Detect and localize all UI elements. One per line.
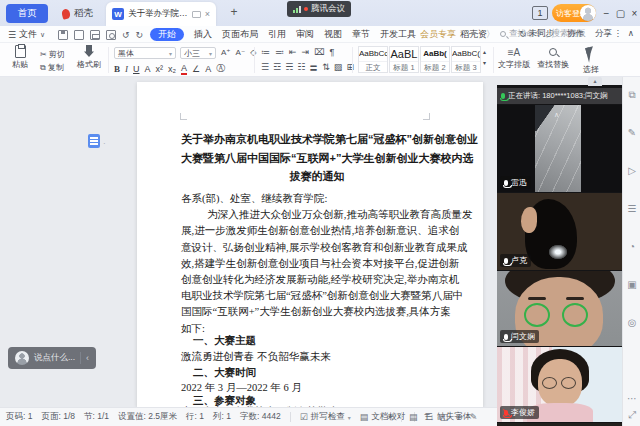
video-tile[interactable]: ∧ 雷迅 (497, 105, 622, 192)
more-dots-icon[interactable]: ⋮ (614, 28, 623, 38)
italic-button[interactable]: I (125, 64, 128, 74)
clear-icon[interactable]: ⌧ (314, 47, 324, 57)
undo-icon[interactable]: ↺ (122, 30, 130, 40)
distribute-icon[interactable]: 〓 (309, 62, 318, 75)
increase-indent-icon[interactable]: ⇥ (302, 47, 310, 57)
text-typeset-button[interactable]: ≡A 文字排版 (497, 46, 531, 70)
tab-review[interactable]: 审阅 (296, 28, 314, 41)
share-button[interactable]: 分享 (595, 28, 612, 40)
font-name-select[interactable]: 黑体 ▾ (114, 47, 176, 59)
align-left-icon[interactable]: ☰ (261, 62, 269, 75)
tab-member[interactable]: 会员专享 (420, 28, 456, 41)
collapse-chat-icon[interactable]: ‹ (86, 353, 89, 363)
new-tab-button[interactable]: + (226, 5, 242, 19)
tab-section[interactable]: 章节 (352, 28, 370, 41)
shapes-icon[interactable]: ⧉ (623, 89, 640, 101)
tab-references[interactable]: 引用 (268, 28, 286, 41)
copy-button[interactable]: ⧉ 复制 (40, 62, 64, 73)
eye-protect-icon[interactable]: ☀ (386, 412, 394, 422)
outline-nav-icon[interactable] (88, 134, 100, 148)
align-right-icon[interactable]: ☴ (285, 62, 293, 75)
tab-dev-tools[interactable]: 开发工具 (380, 28, 416, 41)
web-view-icon[interactable]: ⊕ (455, 412, 463, 422)
file-menu[interactable]: ☰ 文件 ∨ (8, 28, 45, 41)
font-color-button[interactable]: A (181, 63, 187, 75)
window-count-badge[interactable]: 1 (532, 6, 548, 20)
shading-icon[interactable]: ▨ (334, 62, 343, 75)
page-view-icon[interactable]: ▤ (409, 412, 418, 422)
participant-label: 李俊娇 (500, 406, 539, 419)
tab-docer-res[interactable]: 稻壳资 (460, 28, 487, 41)
char-shading-button[interactable]: A (205, 64, 211, 74)
show-marks-icon[interactable]: ¶ (329, 47, 334, 57)
numbering-icon[interactable]: ≕ (275, 47, 284, 57)
video-tile[interactable]: 卢克 (497, 193, 622, 270)
style-heading3[interactable]: AaBbC( 标题 3 (451, 46, 481, 73)
style-heading2[interactable]: AaBb( 标题 2 (420, 46, 450, 73)
save-icon[interactable] (58, 30, 68, 40)
enclose-char-button[interactable]: Ⓐ (216, 62, 225, 75)
line-spacing-icon[interactable]: ⇅ (322, 62, 330, 75)
find-replace-button[interactable]: 查找替换 (536, 46, 570, 70)
tab-home[interactable]: 首页 (6, 4, 48, 23)
word-count[interactable]: 字数: 4442 (240, 411, 281, 423)
export-icon[interactable] (74, 30, 84, 40)
fullscreen-icon[interactable]: ⤢ (623, 409, 640, 421)
location-icon[interactable]: ◎ (623, 317, 640, 328)
collapse-ribbon-icon[interactable]: ∧ (628, 28, 634, 38)
grow-font-button[interactable]: A⁺ (221, 48, 231, 57)
tab-docer[interactable]: 稻壳 (54, 4, 101, 23)
video-tile[interactable]: 李俊娇 (497, 347, 622, 422)
justify-icon[interactable]: ☷ (297, 62, 305, 75)
cut-button[interactable]: ✂ 剪切 (40, 49, 65, 60)
guest-login-button[interactable]: 访客登录 (552, 4, 596, 22)
meeting-collapse-tab[interactable]: ▴ (588, 77, 602, 86)
decrease-indent-icon[interactable]: ⇤ (289, 47, 297, 57)
select-button[interactable]: 选择 (574, 46, 608, 75)
bullets-icon[interactable]: ≔ (261, 47, 270, 57)
subscript-button[interactable]: x₂ (168, 64, 176, 74)
tab-view[interactable]: 视图 (324, 28, 342, 41)
spell-check-button[interactable]: 拼写检查 (311, 411, 345, 423)
shrink-font-button[interactable]: A⁻ (236, 48, 246, 57)
char-border-button[interactable]: A (145, 64, 151, 74)
multi-page-view-icon[interactable]: ◫ (440, 412, 449, 422)
minimize-button[interactable]: − (600, 6, 613, 20)
video-tile[interactable]: 闫文娴 (497, 271, 622, 346)
bold-button[interactable]: B (114, 64, 120, 74)
close-tab-icon[interactable]: × (205, 9, 210, 19)
tab-document[interactable]: W 关于举办学院...业大赛的通知 × (106, 2, 216, 26)
tab-insert[interactable]: 插入 (194, 28, 212, 41)
more-ellipsis-icon[interactable]: ⋯ (623, 393, 640, 404)
print-preview-icon[interactable] (106, 30, 116, 40)
pen-icon[interactable]: ✎ (623, 127, 640, 138)
select-cursor-icon[interactable]: ▷ (623, 165, 640, 176)
ink-view-icon[interactable]: ✎ (470, 412, 478, 422)
history-icon[interactable]: ◔ (623, 241, 640, 252)
outline-view-icon[interactable]: ☰ (425, 412, 433, 422)
image-icon[interactable]: ▣ (623, 279, 640, 290)
superscript-button[interactable]: x² (156, 64, 164, 74)
tab-page-layout[interactable]: 页面布局 (222, 28, 258, 41)
styles-scroll-down[interactable]: ▾ (483, 59, 486, 66)
redo-icon[interactable]: ↻ (136, 30, 144, 40)
collab-button[interactable]: 协作 (567, 28, 584, 40)
styles-scroll-up[interactable]: ▴ (483, 48, 486, 55)
font-size-select[interactable]: 小三 ▾ (180, 47, 216, 59)
more-tabs-chevron[interactable]: 〉 (486, 28, 495, 41)
underline-button[interactable]: U (133, 64, 140, 74)
highlight-button[interactable]: ∠ (192, 64, 200, 74)
style-normal[interactable]: AaBbCcDd 正文 (358, 46, 388, 73)
restore-button[interactable]: ▢ (614, 6, 627, 20)
settings-sliders-icon[interactable]: ☰ (623, 203, 640, 214)
align-center-icon[interactable]: ☲ (273, 62, 281, 75)
close-button[interactable]: × (628, 6, 640, 20)
print-icon[interactable] (90, 30, 100, 40)
document-page[interactable]: 关于举办南京机电职业技术学院第七届“冠盛杯”创新创意创业 大赛暨第八届中国国际“… (137, 82, 483, 407)
paste-button[interactable]: 粘贴 (6, 45, 34, 70)
tab-home-ribbon[interactable]: 开始 (150, 28, 184, 41)
comment-chat-pill[interactable]: 说点什么... ‹ (8, 347, 96, 369)
format-painter-button[interactable]: 格式刷 (74, 45, 104, 70)
style-heading1[interactable]: AaBL 标题 1 (389, 46, 419, 73)
sync-status[interactable]: ↻ 未同步 (519, 28, 554, 40)
